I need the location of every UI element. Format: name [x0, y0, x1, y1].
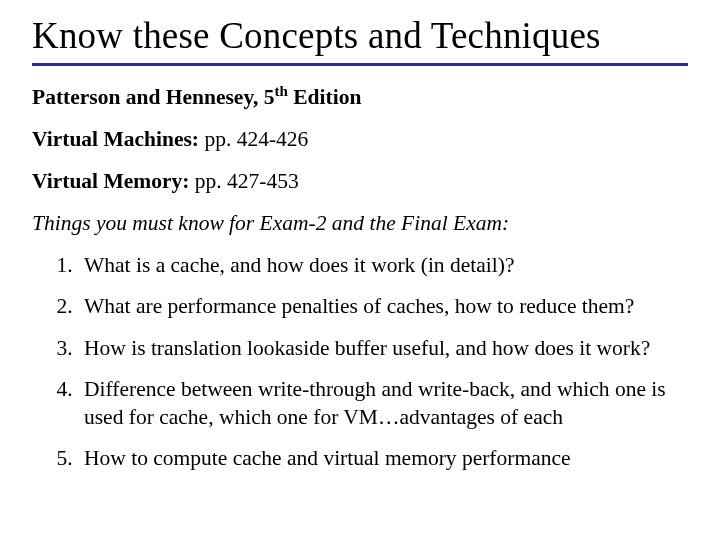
page-title: Know these Concepts and Techniques — [32, 14, 688, 57]
list-item: What are performance penalties of caches… — [78, 293, 688, 321]
vm-pages: pp. 424-426 — [199, 127, 308, 151]
topic-virtual-machines: Virtual Machines: pp. 424-426 — [32, 126, 688, 154]
title-underline — [32, 63, 688, 66]
topic-virtual-memory: Virtual Memory: pp. 427-453 — [32, 168, 688, 196]
list-item: Difference between write-through and wri… — [78, 376, 688, 431]
exam-note: Things you must know for Exam-2 and the … — [32, 210, 688, 238]
reference-text: Patterson and Hennesey, 5th Edition — [32, 85, 361, 109]
list-item: How to compute cache and virtual memory … — [78, 445, 688, 473]
vmem-pages: pp. 427-453 — [189, 169, 298, 193]
question-list: What is a cache, and how does it work (i… — [32, 252, 688, 473]
slide: Know these Concepts and Techniques Patte… — [0, 0, 720, 540]
ref-suffix: Edition — [288, 85, 362, 109]
list-item: How is translation lookaside buffer usef… — [78, 335, 688, 363]
vmem-label: Virtual Memory: — [32, 169, 189, 193]
ref-prefix: Patterson and Hennesey, 5 — [32, 85, 274, 109]
vm-label: Virtual Machines: — [32, 127, 199, 151]
ref-sup: th — [274, 83, 287, 99]
list-item: What is a cache, and how does it work (i… — [78, 252, 688, 280]
reference-line: Patterson and Hennesey, 5th Edition — [32, 84, 688, 112]
